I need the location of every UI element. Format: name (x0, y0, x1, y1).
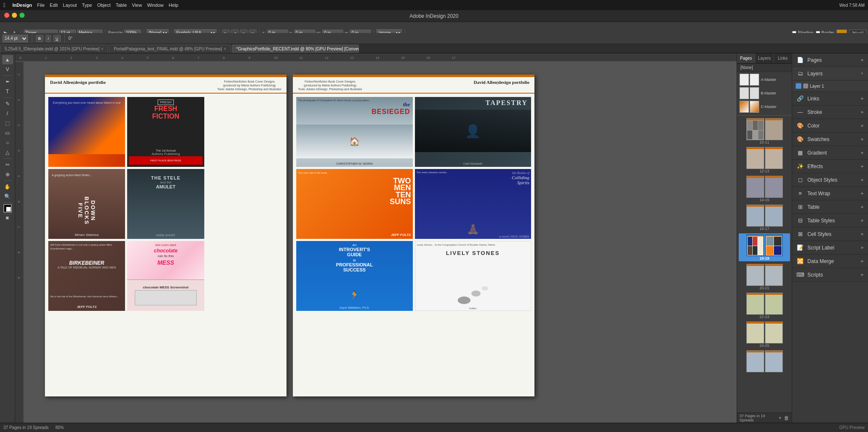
layer-1-vis[interactable] (803, 83, 808, 89)
line-tool[interactable]: / (2, 109, 13, 118)
italic-btn[interactable]: I (46, 35, 51, 42)
svg-text:5: 5 (147, 56, 149, 60)
type-tool[interactable]: T (2, 87, 13, 96)
minimize-button[interactable] (12, 13, 17, 18)
panel-text-wrap-header[interactable]: ≡ Text Wrap ▶ (792, 187, 868, 200)
selection-tool[interactable]: ▲ (2, 55, 13, 64)
spread-16-17[interactable]: 16-17 (739, 205, 790, 231)
panel-object-styles-header[interactable]: ◻ Object Styles ▶ (792, 173, 868, 187)
new-page-btn[interactable]: + (779, 415, 782, 421)
pencil-tool[interactable]: ✎ (2, 99, 13, 108)
panel-table-styles-header[interactable]: ⊟ Table Styles ▶ (792, 214, 868, 227)
canvas-area[interactable]: David Allen|design portfolio Fiction/Non… (24, 62, 749, 432)
spread-22-23[interactable]: 22-23 (739, 293, 790, 319)
spread-10-11[interactable]: 10-11 (739, 118, 790, 144)
menu-edit[interactable]: Edit (50, 3, 58, 8)
master-a-row[interactable]: A-Master (739, 73, 790, 86)
tab-close-1[interactable]: × (224, 47, 226, 51)
master-b-row[interactable]: B-Master (739, 86, 790, 100)
preview-toggle[interactable]: ▣ (2, 216, 13, 220)
pages-count-label: 37 Pages in 19 Spreads (740, 414, 779, 422)
tab-pages[interactable]: Pages (737, 53, 755, 63)
spread-24-25[interactable]: 24-25 (739, 321, 790, 348)
panel-script-label-header[interactable]: 📝 Script Label ▶ (792, 241, 868, 255)
cover-stele[interactable]: THE STELE and the AMULET HERB SHORT (127, 169, 204, 239)
pen-tool[interactable]: ✒ (2, 77, 13, 86)
cover-five[interactable]: A gripping action-filled thriller... FIV… (48, 169, 125, 239)
menu-type[interactable]: Type (82, 3, 92, 8)
zoom-tool[interactable]: 🔍 (2, 192, 13, 201)
menu-window[interactable]: Window (147, 3, 164, 8)
panel-table-header[interactable]: ⊞ Table ▶ (792, 200, 868, 214)
zoom-button[interactable] (19, 13, 25, 18)
rect-tool[interactable]: ▭ (2, 128, 13, 138)
spread-20-21[interactable]: 20-21 (739, 264, 790, 290)
master-c-row[interactable]: C-Master (739, 100, 790, 114)
cover-besieged[interactable]: The photograph of Christopher W. Morin s… (296, 97, 413, 167)
scissors-tool[interactable]: ✂ (2, 160, 13, 169)
panel-layers-header[interactable]: 🗂 Layers ▼ (792, 67, 868, 80)
cover-fresh[interactable]: FRESH FRESHFICTION The 1st Annual Author… (127, 97, 204, 167)
panel-effects-header[interactable]: ✨ Effects ▶ (792, 160, 868, 173)
rect-frame-tool[interactable]: ⬚ (2, 119, 13, 128)
menu-object[interactable]: Object (97, 3, 111, 8)
menu-view[interactable]: View (132, 3, 142, 8)
menu-indesign[interactable]: InDesign (12, 3, 32, 8)
cover-introvert[interactable]: An INTROVERT'SGUIDEtoPROFESSIONALSUCCESS… (296, 241, 413, 311)
delete-page-btn[interactable]: 🗑 (784, 415, 789, 421)
free-transform-tool[interactable]: ⊕ (2, 170, 13, 179)
tab-template[interactable]: 5.25x8.5_IDtemplate.indd @ 101% [GPU Pre… (0, 44, 108, 53)
page-right[interactable]: Fiction/Nonfiction Book Cover Designs(pr… (293, 75, 534, 396)
cover-tapestry[interactable]: TAPESTRY 👤 Cath Elizabeth (415, 97, 531, 167)
panel-pages-header[interactable]: 📄 Pages ▶ (792, 53, 868, 67)
panel-color-header[interactable]: 🎨 Color ▶ (792, 119, 868, 133)
fill-stroke-indicator[interactable] (3, 204, 12, 213)
menu-layout[interactable]: Layout (63, 3, 77, 8)
panel-swatches-header[interactable]: 🎨 Swatches ▶ (792, 133, 868, 146)
layer-1-item[interactable]: Layer 1 (794, 82, 866, 90)
panel-scripts-header[interactable]: ⌨ Scripts ▶ (792, 268, 868, 282)
cover-miami[interactable]: MIAMI UNVEILED Ken Keoghan Everything yo… (48, 97, 125, 167)
thumb-12 (746, 147, 764, 169)
pages-bottom-bar: 37 Pages in 19 Spreads + 🗑 (737, 413, 792, 423)
tab-close-0[interactable]: × (101, 47, 104, 51)
hand-tool[interactable]: ✋ (2, 182, 13, 191)
cover-chocolate[interactable]: Not even dark chocolate can fix this MES… (127, 241, 204, 311)
apple-icon[interactable]:  (3, 2, 6, 8)
menu-table[interactable]: Table (116, 3, 127, 8)
cover-twoMen[interactable]: Two men met in this book... TWOMENTENSUN… (296, 169, 413, 239)
spread-last[interactable] (739, 350, 790, 372)
cover-birke[interactable]: Jeff Foltz's Birkebeiner is not only a r… (48, 241, 125, 311)
tab-patagonia[interactable]: PortaitPatagonia_text_FINAL.indd @ 48% [… (109, 44, 231, 53)
text-wrap-chevron: ▶ (861, 191, 864, 195)
bold-btn[interactable]: B (36, 35, 43, 42)
tab-links[interactable]: Links (774, 53, 792, 63)
page-left[interactable]: David Allen|design portfolio Fiction/Non… (45, 75, 287, 396)
th10-c5 (753, 130, 758, 140)
close-button[interactable] (4, 13, 9, 18)
cover-realm[interactable]: The realm between worlds... the Realm of… (415, 169, 531, 239)
page-thumbs-scroll[interactable]: 10-11 12-13 (737, 116, 792, 413)
direct-selection-tool[interactable]: V (2, 65, 13, 74)
panel-stroke-header[interactable]: — Stroke ▶ (792, 105, 868, 119)
panel-gradient-header[interactable]: ▦ Gradient ▶ (792, 146, 868, 160)
menu-file[interactable]: File (37, 3, 45, 8)
gradient-panel-label: Gradient (807, 150, 858, 156)
panel-cell-styles-header[interactable]: ⊠ Cell Styles ▶ (792, 227, 868, 241)
object-styles-chevron: ▶ (861, 178, 864, 182)
cover-lively1[interactable]: Lively Stones... At the Congregation Chu… (415, 241, 531, 311)
menu-help[interactable]: Help (169, 3, 178, 8)
spread-14-15[interactable]: 14-15 (739, 176, 790, 202)
master-b-thumb-l (740, 87, 749, 99)
ellipse-tool[interactable]: ○ (2, 138, 13, 147)
polygon-tool[interactable]: △ (2, 148, 13, 157)
tab-layers-panel[interactable]: Layers (755, 53, 773, 63)
panel-data-merge-header[interactable]: 🔀 Data Merge ▶ (792, 255, 868, 268)
tab-graphics-portfolio[interactable]: *GraphicsPortfolio_RECENT.indd @ 80% [GP… (232, 44, 359, 53)
spread-12-13[interactable]: 12-13 (739, 147, 790, 173)
panel-links-header[interactable]: 🔗 Links ▶ (792, 92, 868, 105)
zoom-select[interactable]: 14.4 pt (3, 35, 28, 42)
spread-18-19[interactable]: 18-19 (739, 233, 790, 261)
underline-btn[interactable]: U (53, 35, 61, 42)
tools-panel: ▲ V ✒ T ✎ / ⬚ ▭ ○ △ ✂ ⊕ ✋ 🔍 ▣ (0, 53, 15, 432)
